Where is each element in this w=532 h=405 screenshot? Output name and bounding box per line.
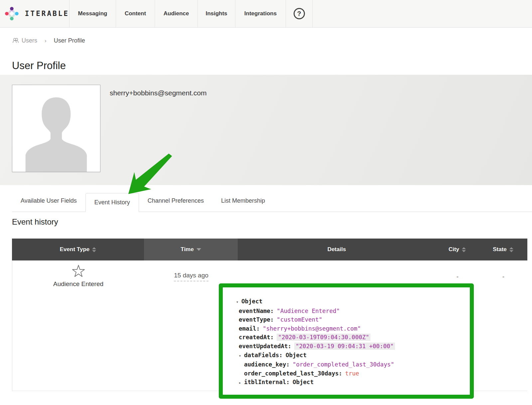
time-cell: 15 days ago	[144, 272, 238, 281]
table-header: Event Type Time Details City State	[12, 239, 527, 260]
breadcrumb-users-label: Users	[22, 37, 37, 44]
profile-header: sherry+bobbins@segment.com	[0, 75, 532, 185]
event-type-cell: Audience Entered	[12, 264, 144, 288]
event-details-json-box: ▾Object eventName:"Audience Entered" eve…	[219, 283, 474, 399]
nav-item-audience[interactable]: Audience	[155, 0, 198, 27]
time-link[interactable]: 15 days ago	[174, 272, 208, 281]
column-header-time[interactable]: Time	[144, 239, 238, 260]
json-line: ▸itblInternal:Object	[236, 378, 467, 387]
breadcrumb: Users › User Profile	[12, 37, 532, 44]
user-email: sherry+bobbins@segment.com	[110, 89, 207, 97]
json-line: eventType:"customEvent"	[236, 315, 467, 324]
json-line: email:"sherry+bobbins@segment.com"	[236, 324, 467, 333]
json-line: audience_key:"order_completed_last_30day…	[236, 360, 467, 369]
event-history-table: Event Type Time Details City State	[12, 239, 527, 391]
json-root-line: ▾Object	[236, 297, 467, 307]
users-icon	[12, 38, 19, 44]
state-cell: -	[479, 273, 528, 280]
help-button[interactable]: ?	[286, 0, 313, 27]
city-cell: -	[436, 273, 479, 280]
column-header-details: Details	[238, 239, 436, 260]
nav-item-insights[interactable]: Insights	[198, 0, 235, 27]
page-title: User Profile	[12, 60, 532, 74]
collapse-icon[interactable]: ▾	[236, 298, 241, 307]
section-heading: Event history	[12, 217, 532, 227]
json-line: ▾dataFields:Object	[236, 351, 467, 360]
star-outline-icon	[71, 264, 85, 278]
json-line: order_completed_last_30days:true	[236, 369, 467, 378]
breadcrumb-separator: ›	[45, 38, 47, 44]
top-nav: ITERABLE Messaging Content Audience Insi…	[0, 0, 532, 28]
tab-available-user-fields[interactable]: Available User Fields	[12, 197, 85, 212]
json-line: eventName:"Audience Entered"	[236, 307, 467, 316]
brand-name: ITERABLE	[25, 10, 69, 18]
column-header-event-type[interactable]: Event Type	[12, 239, 144, 260]
sort-icon	[92, 247, 96, 252]
tab-event-history[interactable]: Event History	[85, 193, 139, 212]
iterable-user-profile-page: ITERABLE Messaging Content Audience Insi…	[0, 0, 532, 405]
breadcrumb-users-link[interactable]: Users	[12, 37, 37, 44]
nav-item-content[interactable]: Content	[116, 0, 155, 27]
tab-channel-preferences[interactable]: Channel Preferences	[139, 197, 212, 212]
expand-icon[interactable]: ▸	[239, 378, 244, 387]
breadcrumb-current: User Profile	[54, 37, 85, 44]
tab-list-membership[interactable]: List Membership	[212, 197, 274, 212]
nav-item-messaging[interactable]: Messaging	[69, 0, 116, 27]
iterable-logo[interactable]: ITERABLE	[0, 0, 69, 27]
sort-icon	[462, 247, 466, 252]
profile-tabs: Available User Fields Event History Chan…	[12, 185, 532, 212]
json-line: eventUpdatedAt:"2020-03-19 09:04:31 +00:…	[236, 342, 467, 351]
sort-icon	[509, 247, 513, 252]
table-row: Audience Entered 15 days ago - - ▾Object…	[12, 260, 527, 391]
nav-item-integrations[interactable]: Integrations	[235, 0, 286, 27]
avatar	[12, 85, 100, 172]
json-line: createdAt:"2020-03-19T09:04:30.000Z"	[236, 333, 467, 342]
help-icon: ?	[294, 8, 305, 19]
collapse-icon[interactable]: ▾	[239, 352, 244, 360]
iterable-logo-icon	[5, 4, 19, 23]
avatar-silhouette-icon	[12, 85, 100, 172]
column-header-state[interactable]: State	[479, 239, 527, 260]
column-header-city[interactable]: City	[436, 239, 479, 260]
event-type-label: Audience Entered	[12, 280, 144, 288]
json-tree: ▾Object eventName:"Audience Entered" eve…	[236, 297, 467, 387]
sort-desc-icon	[197, 248, 201, 251]
